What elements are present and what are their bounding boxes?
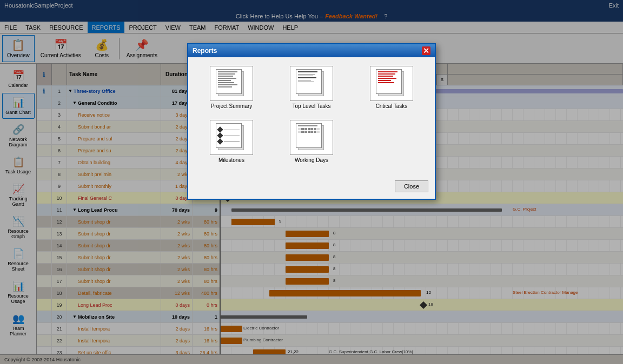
report-label-milestones: Milestones bbox=[218, 157, 244, 163]
dialog-close-btn[interactable]: Close bbox=[395, 180, 428, 192]
report-item-project-summary[interactable]: Project Summary bbox=[195, 64, 268, 111]
dialog-overlay: Reports ✕ bbox=[0, 0, 623, 364]
dialog-footer: Close bbox=[188, 178, 435, 199]
report-label-critical-tasks: Critical Tasks bbox=[376, 103, 408, 109]
report-icon-top-level-tasks bbox=[290, 66, 333, 101]
report-item-top-level-tasks[interactable]: Top Level Tasks bbox=[275, 64, 348, 111]
report-icon-working-days bbox=[290, 120, 333, 155]
dialog-titlebar: Reports ✕ bbox=[188, 44, 435, 57]
report-grid: Project Summary bbox=[195, 64, 428, 165]
report-icon-milestones bbox=[210, 120, 253, 155]
report-label-top-level-tasks: Top Level Tasks bbox=[293, 103, 331, 109]
report-label-project-summary: Project Summary bbox=[211, 103, 253, 109]
report-item-working-days[interactable]: Working Days bbox=[275, 118, 348, 165]
dialog-close-button[interactable]: ✕ bbox=[422, 46, 430, 55]
report-item-milestones[interactable]: Milestones bbox=[195, 118, 268, 165]
report-icon-critical-tasks bbox=[370, 66, 413, 101]
reports-dialog: Reports ✕ bbox=[187, 43, 436, 200]
report-item-critical-tasks[interactable]: Critical Tasks bbox=[355, 64, 428, 111]
report-label-working-days: Working Days bbox=[295, 157, 328, 163]
report-icon-project-summary bbox=[210, 66, 253, 101]
dialog-content: Project Summary bbox=[188, 57, 435, 178]
dialog-title: Reports bbox=[193, 47, 217, 55]
